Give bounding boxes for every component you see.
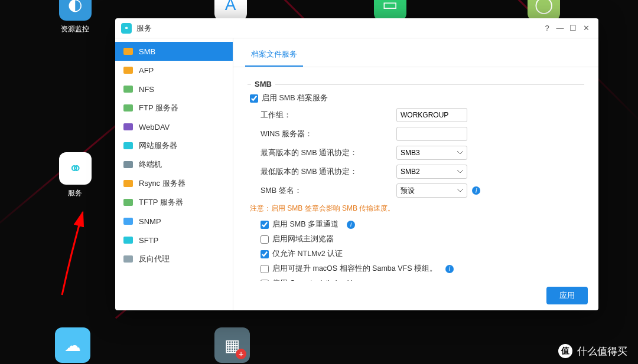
signing-select[interactable]: 预设 xyxy=(396,183,467,198)
max-proto-row: 最高版本的 SMB 通讯协定： SMB3 xyxy=(248,143,584,162)
domain-browser-checkbox[interactable] xyxy=(261,235,269,244)
services-window: ⚭ 服务 ? — ☐ ✕ SMBAFPNFSFTP 服务器WebDAV网站服务器… xyxy=(115,18,598,310)
titlebar[interactable]: ⚭ 服务 ? — ☐ ✕ xyxy=(115,18,598,38)
sidebar-item-label: SMB xyxy=(139,47,155,56)
multichannel-row[interactable]: 启用 SMB 多重通道 i xyxy=(248,217,584,232)
sidebar-item-sftp[interactable]: SFTP xyxy=(115,231,233,250)
workgroup-label: 工作组： xyxy=(261,110,396,120)
service-icon xyxy=(123,67,133,74)
desktop-icon-resource-monitor[interactable]: ◐资源监控 xyxy=(54,0,96,34)
wins-input[interactable] xyxy=(396,127,467,141)
desktop-icon-cloud[interactable]: ☁ xyxy=(52,327,93,364)
sidebar-item-label: SNMP xyxy=(139,217,161,226)
ntlmv2-label: 仅允许 NTLMv2 认证 xyxy=(272,249,343,259)
monitor-icon: ◐ xyxy=(59,0,92,21)
workgroup-row: 工作组： xyxy=(248,106,584,124)
desktop-icon-label: 资源监控 xyxy=(54,24,96,34)
desktop-icon-package[interactable]: ▦ xyxy=(211,327,253,364)
sidebar-item-ftp-服务器[interactable]: FTP 服务器 xyxy=(115,99,233,117)
service-icon xyxy=(123,255,133,263)
service-icon xyxy=(123,86,133,93)
sidebar-item-网站服务器[interactable]: 网站服务器 xyxy=(115,136,233,155)
max-proto-select[interactable]: SMB3 xyxy=(396,146,467,160)
service-icon xyxy=(123,161,133,168)
enable-smb-row[interactable]: 启用 SMB 档案服务 xyxy=(248,91,584,106)
sidebar-item-反向代理[interactable]: 反向代理 xyxy=(115,250,233,268)
package-icon: ▦ xyxy=(214,327,250,363)
info-icon[interactable]: i xyxy=(347,221,355,229)
circle-icon: ◯ xyxy=(528,0,560,21)
section-title: SMB xyxy=(251,80,275,88)
info-icon[interactable]: i xyxy=(472,186,480,195)
service-icon xyxy=(123,104,133,112)
tab-file-service[interactable]: 档案文件服务 xyxy=(245,45,303,67)
help-button[interactable]: ? xyxy=(541,22,554,35)
wins-label: WINS 服务器： xyxy=(261,129,396,139)
macos-vfs-label: 启用可提升 macOS 相容性的 Samba VFS 模组。 xyxy=(272,264,437,274)
appstore-icon: A xyxy=(214,0,247,21)
minimize-button[interactable]: — xyxy=(554,22,567,35)
sidebar-item-label: Rsync 服务器 xyxy=(139,178,185,189)
max-proto-label: 最高版本的 SMB 通讯协定： xyxy=(261,148,396,158)
macos-vfs-row[interactable]: 启用可提升 macOS 相容性的 Samba VFS 模组。 i xyxy=(248,261,584,276)
service-icon xyxy=(123,218,133,225)
sidebar-item-webdav[interactable]: WebDAV xyxy=(115,117,233,136)
service-icon xyxy=(123,123,133,130)
sidebar-item-tftp-服务器[interactable]: TFTP 服务器 xyxy=(115,193,233,212)
ntlmv2-row[interactable]: 仅允许 NTLMv2 认证 xyxy=(248,247,584,261)
window-title: 服务 xyxy=(136,23,541,34)
sidebar-item-label: 终端机 xyxy=(139,159,162,170)
signing-label: SMB 签名： xyxy=(261,186,396,196)
smb-panel: SMB 启用 SMB 档案服务 工作组： WINS 服务器： 最高版本的 SMB… xyxy=(233,67,598,281)
macos-vfs-checkbox[interactable] xyxy=(261,265,269,273)
workgroup-input[interactable] xyxy=(396,108,467,122)
sidebar-item-label: FTP 服务器 xyxy=(139,103,178,113)
watermark-text: 什么值得买 xyxy=(577,345,627,358)
enable-smb-label: 启用 SMB 档案服务 xyxy=(262,93,328,103)
apply-button[interactable]: 应用 xyxy=(546,287,588,304)
sidebar-item-label: TFTP 服务器 xyxy=(139,197,183,208)
multichannel-label: 启用 SMB 多重通道 xyxy=(272,219,338,229)
multichannel-checkbox[interactable] xyxy=(261,221,269,229)
oplock-row[interactable]: 停用 Opportunistic Locking xyxy=(248,276,584,281)
footer: 应用 xyxy=(233,281,598,310)
min-proto-select[interactable]: SMB2 xyxy=(396,165,467,179)
watermark: 值 什么值得买 xyxy=(558,344,627,358)
sidebar-item-rsync-服务器[interactable]: Rsync 服务器 xyxy=(115,174,233,193)
book-icon: ▭ xyxy=(374,0,406,21)
sidebar-item-label: AFP xyxy=(139,66,154,75)
sidebar: SMBAFPNFSFTP 服务器WebDAV网站服务器终端机Rsync 服务器T… xyxy=(115,38,233,310)
sidebar-item-label: 反向代理 xyxy=(139,254,170,264)
desktop-icon-label: 服务 xyxy=(54,188,96,198)
sidebar-item-label: WebDAV xyxy=(139,123,170,132)
watermark-icon: 值 xyxy=(558,344,572,358)
cloud-server-icon: ☁ xyxy=(55,327,90,363)
sidebar-item-label: SFTP xyxy=(139,236,158,245)
maximize-button[interactable]: ☐ xyxy=(567,22,580,35)
content-panel: 档案文件服务 SMB 启用 SMB 档案服务 工作组： WINS 服务器： xyxy=(233,38,598,310)
tabs: 档案文件服务 xyxy=(233,38,598,67)
domain-browser-row[interactable]: 启用网域主浏览器 xyxy=(248,232,584,247)
info-icon[interactable]: i xyxy=(445,265,454,273)
close-button[interactable]: ✕ xyxy=(580,22,593,35)
service-icon xyxy=(123,180,133,187)
sidebar-item-终端机[interactable]: 终端机 xyxy=(115,155,233,174)
sidebar-item-smb[interactable]: SMB xyxy=(115,42,233,61)
enable-smb-checkbox[interactable] xyxy=(250,94,258,103)
service-icon xyxy=(123,237,133,244)
min-proto-row: 最低版本的 SMB 通讯协定： SMB2 xyxy=(248,162,584,181)
ntlmv2-checkbox[interactable] xyxy=(261,250,269,258)
desktop-icon-services[interactable]: ⚭服务 xyxy=(54,152,96,198)
sidebar-item-afp[interactable]: AFP xyxy=(115,61,233,80)
domain-browser-label: 启用网域主浏览器 xyxy=(272,234,334,244)
sidebar-item-nfs[interactable]: NFS xyxy=(115,80,233,99)
min-proto-label: 最低版本的 SMB 通讯协定： xyxy=(261,167,396,177)
sidebar-item-snmp[interactable]: SNMP xyxy=(115,212,233,231)
service-icon xyxy=(123,142,133,149)
sidebar-item-label: 网站服务器 xyxy=(139,140,177,151)
services-icon: ⚭ xyxy=(59,152,92,185)
signing-note: 注意：启用 SMB 签章会影响 SMB 传输速度。 xyxy=(248,200,584,217)
wins-row: WINS 服务器： xyxy=(248,124,584,143)
service-icon xyxy=(123,48,133,55)
app-icon: ⚭ xyxy=(121,23,132,34)
